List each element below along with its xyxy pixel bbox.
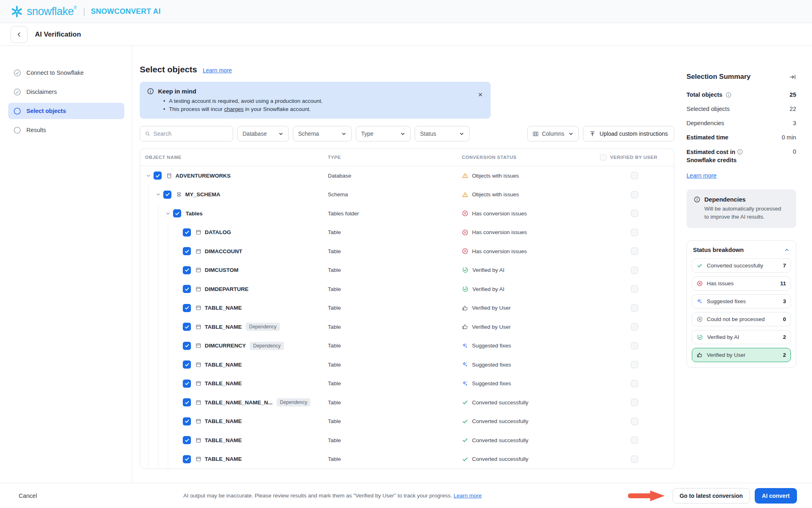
verified-checkbox[interactable] bbox=[631, 285, 638, 293]
chevron-down-icon[interactable] bbox=[165, 211, 171, 216]
status-filter-not-processed[interactable]: Could not be processed 0 bbox=[692, 312, 791, 326]
verified-checkbox[interactable] bbox=[631, 399, 638, 406]
chevron-down-icon bbox=[278, 131, 284, 137]
verified-checkbox[interactable] bbox=[631, 436, 638, 444]
collapse-panel-icon[interactable] bbox=[789, 74, 796, 80]
row-checkbox[interactable] bbox=[173, 209, 181, 217]
thumbs-up-icon bbox=[697, 352, 703, 358]
row-checkbox[interactable] bbox=[163, 191, 171, 199]
type-dropdown[interactable]: Type bbox=[356, 126, 411, 141]
sidebar-item-disclaimers[interactable]: Disclaimers bbox=[8, 84, 124, 100]
status-dropdown[interactable]: Status bbox=[415, 126, 470, 141]
sidebar-item-results[interactable]: Results bbox=[8, 122, 124, 138]
verified-checkbox[interactable] bbox=[631, 247, 638, 255]
verified-checkbox[interactable] bbox=[631, 380, 638, 387]
chevron-down-icon[interactable] bbox=[155, 192, 161, 197]
indent-guide bbox=[145, 261, 155, 280]
verified-checkbox[interactable] bbox=[631, 267, 638, 274]
indent-guide bbox=[155, 336, 165, 356]
row-checkbox[interactable] bbox=[183, 360, 191, 369]
row-checkbox[interactable] bbox=[183, 342, 191, 350]
verified-checkbox[interactable] bbox=[631, 456, 638, 463]
back-button[interactable] bbox=[11, 26, 28, 43]
indent-guide bbox=[165, 299, 174, 318]
indent-guide bbox=[165, 336, 174, 356]
row-checkbox[interactable] bbox=[183, 455, 191, 463]
sidebar-item-select-objects[interactable]: Select objects bbox=[8, 103, 124, 119]
status-filter-verified-ai[interactable]: Verified by AI 2 bbox=[692, 330, 791, 344]
status-filter-converted[interactable]: Converted successfully 7 bbox=[692, 258, 791, 273]
step-active-icon bbox=[13, 107, 21, 115]
suggested-fixes-icon bbox=[462, 361, 468, 368]
stepper-sidebar: Connect to Snowflake Disclaimers Select … bbox=[0, 46, 132, 483]
learn-more-link[interactable]: Learn more bbox=[203, 67, 232, 74]
indent-guide bbox=[145, 412, 155, 431]
info-icon[interactable] bbox=[737, 149, 743, 155]
indent-guide bbox=[155, 374, 165, 393]
verified-checkbox[interactable] bbox=[631, 323, 638, 330]
table-icon bbox=[195, 343, 201, 349]
status-filter-suggested-fixes[interactable]: Suggested fixes 3 bbox=[692, 294, 791, 308]
cancel-button[interactable]: Cancel bbox=[19, 493, 37, 499]
verified-checkbox[interactable] bbox=[631, 191, 638, 198]
columns-button[interactable]: Columns bbox=[527, 126, 579, 141]
chevron-down-icon bbox=[400, 131, 405, 137]
indent-guide bbox=[155, 280, 165, 299]
check-icon bbox=[462, 418, 468, 425]
verified-checkbox[interactable] bbox=[631, 210, 638, 217]
dependencies-note-body: Will be automatically processed to impro… bbox=[704, 205, 786, 221]
indent-guide bbox=[155, 412, 165, 431]
verified-checkbox[interactable] bbox=[631, 172, 638, 179]
table-header: OBJECT NAME TYPE CONVERSION STATUS VERIF… bbox=[140, 149, 674, 166]
chevron-down-icon[interactable] bbox=[145, 173, 152, 178]
row-checkbox[interactable] bbox=[183, 285, 191, 293]
chevron-up-icon[interactable] bbox=[784, 247, 790, 253]
indent-guide bbox=[165, 261, 174, 280]
row-checkbox[interactable] bbox=[183, 436, 191, 444]
col-verified-by-user: VERIFIED BY USER bbox=[610, 155, 657, 160]
summary-learn-more-link[interactable]: Learn more bbox=[686, 172, 717, 179]
verified-checkbox[interactable] bbox=[631, 418, 638, 425]
verified-checkbox[interactable] bbox=[631, 342, 638, 350]
indent-guide bbox=[165, 280, 174, 299]
close-icon[interactable]: × bbox=[478, 91, 483, 98]
footer-learn-more-link[interactable]: Learn more bbox=[454, 493, 482, 499]
info-icon[interactable] bbox=[725, 92, 732, 98]
verified-checkbox[interactable] bbox=[631, 304, 638, 312]
go-to-latest-conversion-button[interactable]: Go to latest conversion bbox=[673, 488, 750, 504]
row-checkbox[interactable] bbox=[183, 417, 191, 426]
schema-dropdown[interactable]: Schema bbox=[293, 126, 352, 141]
row-checkbox[interactable] bbox=[183, 266, 191, 274]
ai-convert-button[interactable]: AI convert bbox=[755, 488, 797, 504]
trademark: ® bbox=[74, 5, 77, 10]
row-checkbox[interactable] bbox=[183, 304, 191, 312]
brand-divider: | bbox=[83, 7, 85, 16]
indent-guide bbox=[145, 242, 155, 261]
row-checkbox[interactable] bbox=[183, 228, 191, 237]
row-checkbox[interactable] bbox=[154, 172, 162, 180]
status-breakdown-card: Status breakdown Converted successfully … bbox=[686, 240, 796, 368]
table-icon bbox=[195, 229, 201, 235]
upload-custom-instructions-button[interactable]: Upload custom instructions bbox=[583, 126, 674, 141]
indent-guide bbox=[155, 223, 165, 242]
verified-header-checkbox[interactable] bbox=[600, 154, 606, 161]
indent-guide bbox=[145, 185, 155, 204]
verified-checkbox[interactable] bbox=[631, 361, 638, 368]
indent-guide bbox=[145, 431, 155, 450]
row-checkbox[interactable] bbox=[183, 247, 191, 255]
verified-by-ai-icon bbox=[697, 334, 703, 341]
indent-guide bbox=[145, 204, 155, 223]
status-filter-has-issues[interactable]: Has issues 11 bbox=[692, 276, 791, 291]
sidebar-item-connect[interactable]: Connect to Snowflake bbox=[8, 65, 124, 81]
verified-checkbox[interactable] bbox=[631, 229, 638, 236]
row-checkbox[interactable] bbox=[183, 323, 191, 331]
status-filter-verified-user[interactable]: Verified by User 2 bbox=[692, 348, 791, 362]
indent-guide bbox=[165, 431, 174, 450]
database-dropdown[interactable]: Database bbox=[237, 126, 289, 141]
row-checkbox[interactable] bbox=[183, 398, 191, 406]
table-icon bbox=[195, 324, 201, 330]
search-input[interactable] bbox=[154, 130, 228, 137]
warning-icon bbox=[462, 191, 468, 198]
charges-link[interactable]: charges bbox=[224, 106, 244, 112]
row-checkbox[interactable] bbox=[183, 380, 191, 388]
